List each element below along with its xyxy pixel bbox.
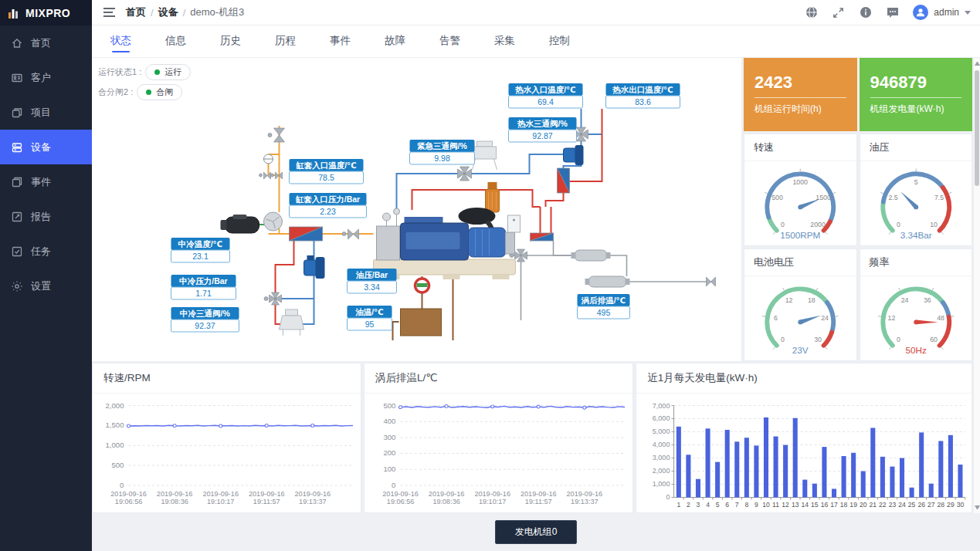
- svg-text:0: 0: [666, 494, 670, 502]
- charts-row: 转速/RPM05001,0001,5002,0002019-09-1619:06…: [92, 363, 980, 513]
- sidebar-menu: 首页客户项目设备事件报告任务设置: [0, 25, 92, 303]
- scroll-down-arrow[interactable]: [975, 505, 980, 509]
- projects-icon: [11, 106, 23, 119]
- diagram-value-label: 油压/Bar3.34: [348, 269, 397, 293]
- menu-toggle-icon[interactable]: [101, 5, 117, 20]
- tab-故障[interactable]: 故障: [383, 26, 407, 57]
- sidebar-item-项目[interactable]: 项目: [0, 95, 92, 130]
- tab-状态[interactable]: 状态: [109, 26, 133, 57]
- status-dot: [154, 69, 160, 75]
- sidebar-item-任务[interactable]: 任务: [0, 234, 92, 269]
- stat-label: 机组运行时间(h): [754, 103, 846, 116]
- tab-事件[interactable]: 事件: [328, 26, 352, 57]
- diagram-value-label: 中冷压力/Bar1.71: [171, 275, 236, 299]
- tab-告警[interactable]: 告警: [438, 26, 462, 57]
- svg-text:21: 21: [870, 501, 877, 509]
- sidebar-item-label: 设置: [31, 279, 51, 293]
- main-area: 首页 / 设备 / demo-机组3: [92, 0, 980, 551]
- sidebar-item-label: 设备: [31, 140, 51, 154]
- svg-text:23.1: 23.1: [192, 252, 209, 261]
- status-pill-row: 运行状态1 :运行: [98, 64, 191, 80]
- svg-text:0: 0: [781, 221, 785, 228]
- gauge-card-频率: 频率0122436486050Hz: [860, 248, 973, 361]
- tab-历史[interactable]: 历史: [219, 26, 242, 57]
- sidebar-item-客户[interactable]: 客户: [0, 60, 92, 95]
- svg-text:2019-09-16: 2019-09-16: [295, 490, 331, 498]
- status-pill: 合闸: [137, 84, 182, 100]
- svg-text:19: 19: [850, 501, 858, 509]
- svg-text:5,000: 5,000: [653, 428, 670, 436]
- breadcrumb-home[interactable]: 首页: [126, 5, 146, 19]
- svg-text:10: 10: [762, 501, 770, 509]
- svg-text:2.23: 2.23: [320, 207, 336, 216]
- svg-text:19:13:37: 19:13:37: [571, 498, 598, 505]
- svg-text:7,000: 7,000: [653, 402, 670, 410]
- svg-text:19:10:17: 19:10:17: [207, 498, 234, 505]
- gauge-转速: 05001000150020001500RPM: [744, 161, 856, 245]
- info-icon[interactable]: [859, 6, 872, 19]
- breadcrumb-devices[interactable]: 设备: [158, 5, 178, 19]
- username: admin: [934, 7, 959, 18]
- sidebar-item-事件[interactable]: 事件: [0, 164, 92, 199]
- sidebar-item-报告[interactable]: 报告: [0, 199, 92, 234]
- status-pill-value: 运行: [164, 66, 181, 78]
- svg-text:0: 0: [897, 336, 900, 343]
- chart-svg: 01002003004005002019-09-1619:06:562019-0…: [365, 394, 632, 512]
- app-logo[interactable]: MIXPRO: [0, 0, 92, 25]
- svg-text:19:10:17: 19:10:17: [479, 498, 506, 505]
- scrollbar[interactable]: [973, 58, 980, 513]
- tab-信息[interactable]: 信息: [164, 26, 188, 57]
- gauge-body: 05001000150020001500RPM: [744, 161, 856, 245]
- svg-text:500: 500: [384, 401, 396, 410]
- svg-text:1: 1: [677, 501, 681, 509]
- sidebar-item-设置[interactable]: 设置: [0, 269, 92, 303]
- svg-text:油压/Bar: 油压/Bar: [356, 270, 388, 279]
- svg-text:2,000: 2,000: [653, 468, 670, 475]
- svg-text:23: 23: [889, 501, 897, 509]
- diagram-value-label: 油温/℃95: [348, 306, 392, 330]
- svg-text:30: 30: [957, 501, 965, 509]
- settings-icon: [11, 280, 23, 292]
- svg-text:24: 24: [900, 296, 908, 304]
- svg-text:24: 24: [821, 314, 829, 322]
- svg-text:6: 6: [725, 501, 729, 509]
- scrollbar-thumb[interactable]: [975, 70, 979, 186]
- scroll-up-arrow[interactable]: [975, 62, 980, 66]
- stat-divider: [754, 97, 846, 98]
- customers-icon: [11, 72, 23, 84]
- svg-text:19:06:56: 19:06:56: [115, 498, 142, 505]
- app-root: MIXPRO 首页客户项目设备事件报告任务设置 首页 / 设备 / demo-机…: [0, 0, 980, 551]
- breadcrumb-separator: /: [151, 7, 154, 19]
- user-menu[interactable]: admin: [913, 5, 971, 20]
- tab-采集[interactable]: 采集: [493, 26, 517, 57]
- kpi-panel: 2423机组运行时间(h)946879机组发电量(kW·h)转速05001000…: [744, 58, 972, 361]
- svg-text:69.4: 69.4: [537, 97, 554, 106]
- svg-text:19:13:37: 19:13:37: [299, 498, 326, 505]
- chart-svg: 05001,0001,5002,0002019-09-1619:06:56201…: [93, 394, 361, 512]
- svg-text:15: 15: [811, 501, 819, 509]
- tab-控制[interactable]: 控制: [548, 26, 571, 57]
- sidebar-item-设备[interactable]: 设备: [0, 130, 92, 164]
- logo-icon: [8, 7, 20, 19]
- gauge-电池电压: 061218243023V: [744, 276, 856, 360]
- device-tabs: 状态信息历史历程事件故障告警采集控制: [92, 25, 980, 58]
- svg-text:1500: 1500: [816, 194, 831, 201]
- tab-历程[interactable]: 历程: [273, 26, 297, 57]
- events-icon: [11, 176, 23, 188]
- svg-text:92.87: 92.87: [532, 131, 552, 140]
- sidebar-item-label: 事件: [31, 175, 51, 189]
- generator-unit-button[interactable]: 发电机组0: [495, 520, 578, 544]
- gauge-title: 电池电压: [744, 249, 856, 276]
- svg-text:23V: 23V: [792, 345, 809, 355]
- stat-divider: [870, 97, 962, 98]
- svg-text:17: 17: [830, 501, 838, 509]
- status-pills: 运行状态1 :运行合分闸2 :合闸: [98, 64, 191, 100]
- message-icon[interactable]: [886, 6, 899, 19]
- language-globe-icon[interactable]: [805, 6, 818, 19]
- svg-text:缸套入口温度/℃: 缸套入口温度/℃: [295, 161, 357, 170]
- sidebar-item-首页[interactable]: 首页: [0, 25, 92, 60]
- fullscreen-icon[interactable]: [832, 6, 845, 19]
- chevron-down-icon: [965, 11, 971, 15]
- content-area: 运行状态1 :运行合分闸2 :合闸: [92, 58, 980, 513]
- diagram-panel: 运行状态1 :运行合分闸2 :合闸: [92, 58, 741, 361]
